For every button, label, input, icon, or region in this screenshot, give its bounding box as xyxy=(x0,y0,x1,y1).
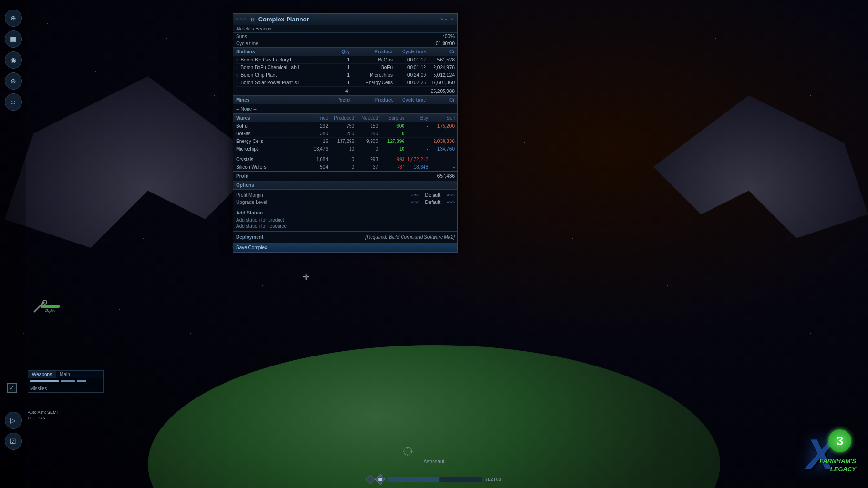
upgrade-level-controls: ««« Default »»» xyxy=(411,200,455,205)
hud-icon-bottom-2[interactable]: ☑ xyxy=(5,433,22,450)
ware-sell-bogas: - xyxy=(428,131,455,136)
profit-margin-val: Default xyxy=(421,193,444,198)
chevron-collapse2[interactable]: « xyxy=(240,17,243,22)
hud-icon-bottom-1[interactable]: ▷ xyxy=(5,412,22,429)
ware-name-microchips: Microchips xyxy=(236,146,304,152)
wares-sell-col: Sell xyxy=(428,115,455,121)
logo-line1: FARNHAM'S xyxy=(819,458,856,466)
weapon-bar-row-1 xyxy=(30,380,102,382)
wares-table: BoFu 292 750 150 600 - 175,200 BoGas 380… xyxy=(233,122,457,171)
chevron-collapse[interactable]: « xyxy=(236,17,239,22)
suns-value: 400% xyxy=(442,34,455,39)
station-name-3: Boron Chip Plant xyxy=(240,72,326,78)
chevron-right1[interactable]: » xyxy=(440,17,443,22)
hud-checkbox[interactable]: ✓ xyxy=(7,383,17,393)
main-tab[interactable]: Main xyxy=(56,371,74,378)
chevron-right2[interactable]: » xyxy=(444,17,447,22)
chevron-collapse3[interactable]: « xyxy=(243,17,246,22)
ware-name-bofu: BoFu xyxy=(236,123,304,129)
station-cr-3: 5,012,124 xyxy=(426,72,455,78)
upgrade-level-row: Upgrade Level ««« Default »»» xyxy=(236,199,455,206)
station-cycle-1: 00:01:12 xyxy=(393,57,426,62)
ware-surplus-bogas: 0 xyxy=(378,131,404,136)
station-cr-4: 17,607,360 xyxy=(426,80,455,85)
ware-surplus-energy: 127,396 xyxy=(378,139,404,144)
station-cycle-2: 00:01:12 xyxy=(393,65,426,70)
weapons-tab[interactable]: Weapons xyxy=(28,371,56,378)
deployment-row: Deployment [Required: Build Command Soft… xyxy=(236,234,455,241)
station-qty-2: 1 xyxy=(326,65,350,70)
hud-left-panel: ⊕ ▦ ◉ ⊛ ☺ ▷ ☑ xyxy=(0,0,26,488)
ware-price-bogas: 380 xyxy=(304,131,328,136)
window-title: Complex Planner xyxy=(258,16,309,23)
save-complex-button[interactable]: Save Complex xyxy=(233,243,457,252)
wares-name-col: Wares xyxy=(236,115,304,121)
nav-diamond-left[interactable] xyxy=(365,475,375,484)
station-row-2[interactable]: ○ Boron BoFu Chemical Lab L 1 BoFu 00:01… xyxy=(236,64,455,71)
ware-name-silicon: Silicon Wafers xyxy=(236,164,304,170)
ware-row-energy[interactable]: Energy Cells 16 137,296 9,900 127,396 - … xyxy=(236,138,455,145)
ware-buy-bofu: - xyxy=(404,123,428,129)
station-product-4: Energy Cells xyxy=(350,80,393,85)
hud-icon-5[interactable]: ☺ xyxy=(5,93,22,111)
ware-name-crystals: Crystals xyxy=(236,157,304,162)
health-text: 100% xyxy=(41,308,60,313)
auto-aim-row: Auto Aim: SEMI xyxy=(28,410,58,415)
nav-diamond-center[interactable] xyxy=(375,474,386,485)
astronaut-label: Astronaut xyxy=(424,459,444,464)
window-right-controls: » » × xyxy=(440,16,455,23)
station-row-3[interactable]: ○ Boron Chip Plant 1 Microchips 00:24:00… xyxy=(236,71,455,79)
upgrade-level-right-arrow[interactable]: »»» xyxy=(446,200,455,205)
mines-product-col: Product xyxy=(350,97,393,102)
yield-col-label: Yield xyxy=(321,97,350,102)
cycle-time-row: Cycle time 01:00:00 xyxy=(233,40,457,47)
profit-margin-left-arrow[interactable]: ««« xyxy=(411,193,419,198)
ware-price-microchips: 13,476 xyxy=(304,146,328,152)
cycle-time-label: Cycle time xyxy=(236,41,258,46)
deployment-section: Deployment [Required: Build Command Soft… xyxy=(233,231,457,252)
qty-col-label: Qty xyxy=(326,49,350,54)
ware-produced-bogas: 250 xyxy=(328,131,354,136)
ware-surplus-microchips: 10 xyxy=(378,146,404,152)
station-row-4[interactable]: ○ Boron Solar Power Plant XL 1 Energy Ce… xyxy=(236,79,455,87)
cycle-time-value: 01:00:00 xyxy=(436,41,455,46)
lflt-label: LFLT: xyxy=(28,416,38,420)
wares-surplus-col: Surplus xyxy=(378,115,404,121)
add-station-for-product[interactable]: Add station for product xyxy=(236,217,455,223)
ware-needed-crystals: 993 xyxy=(354,157,378,162)
lflt-row: LFLT: ON xyxy=(28,416,58,420)
logo-3: 3 xyxy=(828,429,851,452)
options-title: Options xyxy=(233,181,457,190)
ware-sell-energy: 2,038,336 xyxy=(428,139,455,144)
ware-buy-bogas: - xyxy=(404,131,428,136)
close-button[interactable]: × xyxy=(449,16,455,23)
hud-icon-4[interactable]: ⊛ xyxy=(5,72,22,90)
ware-row-bogas[interactable]: BoGas 380 250 250 0 - - xyxy=(236,130,455,138)
hud-icon-3[interactable]: ◉ xyxy=(5,51,22,69)
hud-icon-1[interactable]: ⊕ xyxy=(5,10,22,27)
station-icon-1: ○ xyxy=(236,58,238,62)
ware-row-bofu[interactable]: BoFu 292 750 150 600 - 175,200 xyxy=(236,122,455,130)
ware-sell-crystals: - xyxy=(428,157,455,162)
logo-line2: LEGACY xyxy=(819,466,856,474)
profit-margin-right-arrow[interactable]: »»» xyxy=(446,193,455,198)
ware-needed-bogas: 250 xyxy=(354,131,378,136)
upgrade-level-left-arrow[interactable]: ««« xyxy=(411,200,419,205)
hud-icon-2[interactable]: ▦ xyxy=(5,30,22,48)
deployment-requirement: [Required: Build Command Software Mk2] xyxy=(365,234,455,240)
profit-margin-controls: ««« Default »»» xyxy=(411,193,455,198)
station-icon-2: ○ xyxy=(236,65,238,70)
ware-sell-bofu: 175,200 xyxy=(428,123,455,129)
ware-produced-silicon: 0 xyxy=(328,164,354,170)
add-station-for-resource[interactable]: Add station for resource xyxy=(236,223,455,229)
weapons-panel: Weapons Main Missiles xyxy=(28,370,104,393)
station-icon-3: ○ xyxy=(236,73,238,78)
ware-needed-energy: 9,900 xyxy=(354,139,378,144)
station-row-1[interactable]: ○ Boron Bio Gas Factory L 1 BoGas 00:01:… xyxy=(236,56,455,64)
upgrade-level-label: Upgrade Level xyxy=(236,200,267,205)
ware-row-silicon[interactable]: Silicon Wafers 504 0 37 -37 18,648 - xyxy=(236,163,455,171)
ware-row-crystals[interactable]: Crystals 1,684 0 993 -993 1,672,212 - xyxy=(236,156,455,163)
ware-row-microchips[interactable]: Microchips 13,476 10 0 10 - 134,760 xyxy=(236,145,455,153)
window-location: Akeela's Beacon xyxy=(236,26,271,31)
window-subtitle-bar: Akeela's Beacon xyxy=(233,25,457,33)
